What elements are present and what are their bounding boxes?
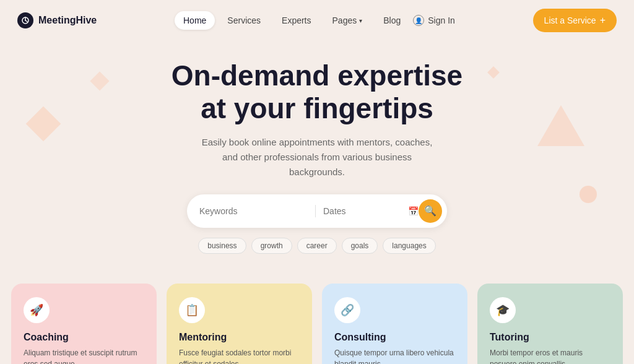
hero-section: On-demand expertise at your fingertips E…	[0, 41, 634, 284]
tutoring-icon-wrap: 🎓	[490, 297, 516, 323]
nav-services[interactable]: Services	[219, 11, 269, 30]
logo-icon	[17, 12, 33, 28]
tag-growth[interactable]: growth	[251, 238, 292, 254]
consulting-icon-wrap: 🔗	[334, 297, 360, 323]
link-icon: 🔗	[341, 303, 354, 317]
search-keywords-input[interactable]	[199, 206, 308, 216]
coaching-title: Coaching	[24, 332, 144, 343]
chevron-down-icon: ▾	[359, 17, 362, 24]
card-mentoring: 📋 Mentoring Fusce feugiat sodales tortor…	[167, 284, 312, 364]
calendar-icon: 📅	[408, 206, 419, 216]
tutoring-title: Tutoring	[490, 332, 610, 343]
search-button[interactable]: 🔍	[419, 199, 442, 223]
logo[interactable]: MeetingHive	[17, 12, 97, 28]
search-bar: 📅 🔍	[187, 194, 447, 228]
coaching-icon-wrap: 🚀	[24, 297, 50, 323]
card-consulting: 🔗 Consulting Quisque tempor urna libero …	[322, 284, 467, 364]
navbar: MeetingHive Home Services Experts Pages …	[0, 0, 634, 41]
service-cards: 🚀 Coaching Aliquam tristique et suscipit…	[0, 284, 634, 364]
user-icon: 👤	[413, 15, 424, 26]
tags-list: business growth career goals languages	[12, 238, 622, 254]
mentoring-title: Mentoring	[179, 332, 300, 343]
mentoring-desc: Fusce feugiat sodales tortor morbi effic…	[179, 347, 300, 364]
nav-blog[interactable]: Blog	[375, 11, 409, 30]
tag-languages[interactable]: languages	[383, 238, 435, 254]
graduation-icon: 🎓	[496, 303, 510, 317]
nav-home[interactable]: Home	[175, 11, 215, 30]
tag-business[interactable]: business	[198, 238, 246, 254]
hero-subtitle: Easily book online appointments with men…	[199, 135, 435, 180]
sign-in-button[interactable]: 👤 Sign In	[413, 15, 455, 26]
nav-pages[interactable]: Pages ▾	[324, 11, 371, 30]
search-dates-wrapper: 📅	[323, 206, 419, 216]
search-icon: 🔍	[424, 205, 436, 217]
clipboard-icon: 📋	[185, 303, 199, 317]
consulting-desc: Quisque tempor urna libero vehicula blan…	[334, 347, 455, 364]
nav-experts[interactable]: Experts	[273, 11, 319, 30]
hero-title: On-demand expertise at your fingertips	[12, 59, 622, 125]
card-tutoring: 🎓 Tutoring Morbi tempor eros et mauris p…	[477, 284, 623, 364]
tag-career[interactable]: career	[297, 238, 337, 254]
coaching-desc: Aliquam tristique et suscipit rutrum ero…	[24, 347, 144, 364]
mentoring-icon-wrap: 📋	[179, 297, 205, 323]
logo-text: MeetingHive	[38, 15, 97, 26]
search-dates-input[interactable]	[323, 206, 403, 216]
plus-icon: +	[600, 15, 606, 26]
card-coaching: 🚀 Coaching Aliquam tristique et suscipit…	[11, 284, 157, 364]
rocket-icon: 🚀	[30, 303, 43, 317]
list-service-button[interactable]: List a Service +	[533, 9, 617, 32]
tutoring-desc: Morbi tempor eros et mauris posuere enim…	[490, 347, 610, 364]
nav-links: Home Services Experts Pages ▾ Blog 👤 Sig…	[175, 11, 455, 30]
tag-goals[interactable]: goals	[342, 238, 378, 254]
consulting-title: Consulting	[334, 332, 455, 343]
svg-line-2	[25, 20, 27, 22]
search-divider	[315, 205, 316, 217]
